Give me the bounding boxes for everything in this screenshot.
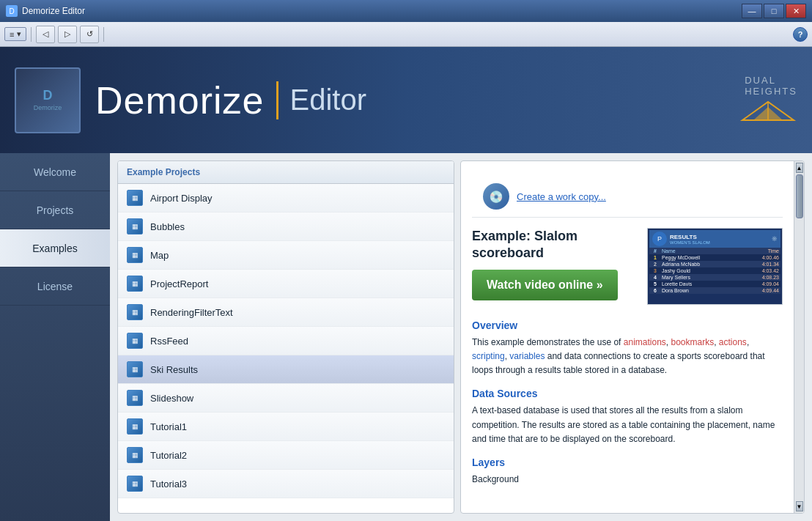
list-item[interactable]: ▦ Tutorial1 bbox=[118, 413, 454, 441]
project-icon: ▦ bbox=[127, 276, 143, 292]
project-list: ▦ Airport Display ▦ Bubbles ▦ Map ▦ Proj… bbox=[118, 184, 454, 513]
list-item[interactable]: ▦ Map bbox=[118, 241, 454, 270]
combo-icon: ≡ bbox=[10, 30, 14, 39]
copy-icon: 💿 bbox=[483, 183, 509, 210]
list-item[interactable]: ▦ RssFeed bbox=[118, 327, 454, 355]
data-sources-title: Data Sources bbox=[472, 388, 783, 399]
thumb-row: 5Lorette Davis4:09.04 bbox=[649, 281, 780, 287]
logo-inner: D Demorize bbox=[34, 87, 62, 113]
list-item[interactable]: ▦ ProjectReport bbox=[118, 270, 454, 298]
sidebar-item-license[interactable]: License bbox=[0, 267, 110, 306]
list-item[interactable]: ▦ Airport Display bbox=[118, 184, 454, 213]
combo-arrow: ▾ bbox=[17, 29, 21, 39]
thumb-row: 3Jashy Gould4:03.42 bbox=[649, 267, 780, 274]
scrollbar-up-arrow[interactable]: ▲ bbox=[796, 163, 803, 173]
thumb-header-text: RESULTS WOMEN'S SLALOM bbox=[670, 234, 710, 245]
data-sources-text: A text-based database is used that store… bbox=[472, 404, 783, 446]
title-bar-left: D Demorize Editor bbox=[6, 5, 85, 17]
toolbar-separator-1 bbox=[31, 27, 32, 42]
app-logo: D Demorize bbox=[15, 67, 81, 133]
thumb-brand-icon: ❋ bbox=[772, 235, 778, 243]
project-panel-header: Example Projects bbox=[118, 161, 454, 184]
app-icon: D bbox=[6, 5, 18, 17]
thumb-row: 6Dora Brown4:09.44 bbox=[649, 287, 780, 294]
project-panel: Example Projects ▦ Airport Display ▦ Bub… bbox=[117, 160, 454, 514]
project-icon: ▦ bbox=[127, 218, 143, 234]
sidebar-item-examples[interactable]: Examples bbox=[0, 229, 110, 267]
detail-inner: 💿 Create a work copy... Example: Slalom … bbox=[461, 161, 804, 513]
project-icon: ▦ bbox=[127, 333, 143, 349]
project-icon: ▦ bbox=[127, 190, 143, 206]
refresh-button[interactable]: ↺ bbox=[80, 26, 99, 43]
app-title-row: Demorize Editor bbox=[95, 81, 366, 119]
project-icon: ▦ bbox=[127, 476, 143, 492]
content-area: Example Projects ▦ Airport Display ▦ Bub… bbox=[110, 153, 812, 521]
overview-highlight-5: variables bbox=[509, 351, 545, 361]
project-icon: ▦ bbox=[127, 247, 143, 263]
list-item[interactable]: ▦ Bubbles bbox=[118, 213, 454, 241]
title-bar-text: Demorize Editor bbox=[22, 6, 85, 16]
main-layout: Welcome Projects Examples License Exampl… bbox=[0, 153, 812, 521]
example-section: Example: Slalom scoreboard Watch video o… bbox=[472, 218, 783, 487]
detail-scroll[interactable]: 💿 Create a work copy... Example: Slalom … bbox=[461, 161, 794, 513]
maximize-button[interactable]: □ bbox=[764, 4, 784, 18]
example-header: Example: Slalom scoreboard Watch video o… bbox=[472, 228, 783, 311]
thumb-row: 4Mary Sellers4:08.23 bbox=[649, 274, 780, 281]
example-title: Example: Slalom scoreboard bbox=[472, 228, 638, 262]
sidebar-item-welcome[interactable]: Welcome bbox=[0, 153, 110, 191]
title-divider bbox=[276, 81, 278, 119]
overview-title: Overview bbox=[472, 319, 783, 331]
thumb-row: 2Adriana McNabb4:01.34 bbox=[649, 261, 780, 267]
toolbar: ≡ ▾ ◁ ▷ ↺ ? bbox=[0, 22, 812, 47]
thumb-logo: P bbox=[652, 232, 667, 246]
toolbar-separator-2 bbox=[103, 27, 104, 42]
overview-highlight-2: bookmarks bbox=[671, 337, 714, 347]
overview-highlight-1: animations bbox=[624, 337, 666, 347]
project-icon: ▦ bbox=[127, 418, 143, 435]
project-icon: ▦ bbox=[127, 304, 143, 320]
list-item[interactable]: ▦ Slideshow bbox=[118, 384, 454, 413]
list-item[interactable]: ▦ Tutorial3 bbox=[118, 470, 454, 498]
thumb-row: 1Peggy McDowell4:00.46 bbox=[649, 254, 780, 261]
list-item-ski-results[interactable]: ▦ Ski Results bbox=[118, 355, 454, 384]
thumb-header: P RESULTS WOMEN'S SLALOM ❋ bbox=[649, 230, 780, 248]
app-header: D Demorize Demorize Editor DUALHEIGHTS bbox=[0, 47, 812, 153]
sidebar: Welcome Projects Examples License bbox=[0, 153, 110, 521]
help-button[interactable]: ? bbox=[793, 27, 808, 42]
brand-icon bbox=[739, 97, 797, 126]
create-copy-link[interactable]: Create a work copy... bbox=[517, 191, 606, 202]
watch-video-button[interactable]: Watch video online » bbox=[472, 270, 618, 300]
project-icon: ▦ bbox=[127, 447, 143, 463]
example-title-col: Example: Slalom scoreboard Watch video o… bbox=[472, 228, 638, 311]
app-title-main: Demorize bbox=[95, 81, 265, 119]
scrollbar-area bbox=[796, 173, 803, 501]
back-button[interactable]: ◁ bbox=[36, 26, 55, 43]
overview-text: This example demonstrates the use of ani… bbox=[472, 336, 783, 378]
layers-title: Layers bbox=[472, 457, 783, 468]
scrollbar-thumb[interactable] bbox=[796, 174, 803, 218]
logo-text: Demorize bbox=[34, 104, 62, 113]
brand-logo: DUALHEIGHTS bbox=[739, 75, 797, 126]
minimize-button[interactable]: — bbox=[742, 4, 762, 18]
detail-panel: 💿 Create a work copy... Example: Slalom … bbox=[460, 160, 805, 514]
list-item[interactable]: ▦ Tutorial2 bbox=[118, 441, 454, 470]
close-button[interactable]: ✕ bbox=[786, 4, 806, 18]
title-bar: D Demorize Editor — □ ✕ bbox=[0, 0, 812, 22]
app-title-editor: Editor bbox=[290, 84, 367, 117]
toolbar-combo[interactable]: ≡ ▾ bbox=[4, 27, 26, 41]
list-item[interactable]: ▦ RenderingFilterText bbox=[118, 298, 454, 327]
brand-name: DUALHEIGHTS bbox=[745, 75, 797, 97]
thumb-row: # Name Time bbox=[649, 248, 780, 254]
project-icon: ▦ bbox=[127, 390, 143, 406]
project-icon: ▦ bbox=[127, 361, 143, 377]
example-thumbnail: P RESULTS WOMEN'S SLALOM ❋ # bbox=[647, 228, 783, 305]
layers-text: Background bbox=[472, 473, 783, 487]
sidebar-item-projects[interactable]: Projects bbox=[0, 191, 110, 229]
title-bar-controls: — □ ✕ bbox=[742, 4, 806, 18]
scrollbar-track: ▲ ▼ bbox=[794, 161, 804, 513]
scrollbar-down-arrow[interactable]: ▼ bbox=[796, 501, 803, 511]
forward-button[interactable]: ▷ bbox=[58, 26, 77, 43]
create-copy-area: 💿 Create a work copy... bbox=[472, 172, 783, 218]
overview-highlight-3: actions bbox=[719, 337, 747, 347]
overview-highlight-4: scripting bbox=[472, 351, 505, 361]
